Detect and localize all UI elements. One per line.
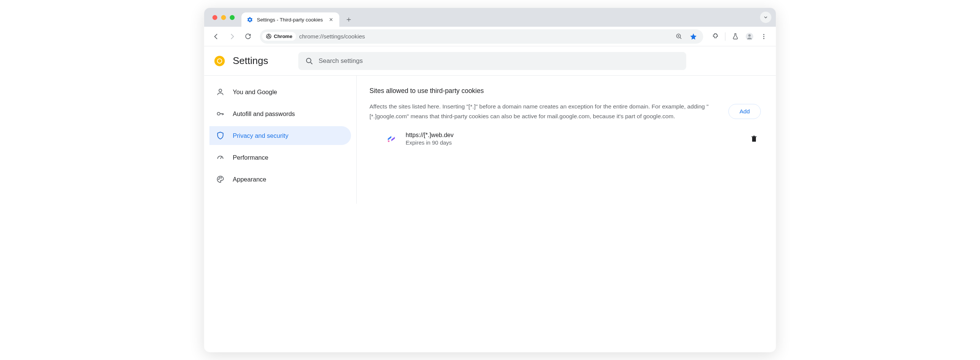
gear-icon xyxy=(247,17,253,23)
back-button[interactable] xyxy=(209,30,223,43)
svg-point-4 xyxy=(748,34,751,37)
extensions-icon[interactable] xyxy=(708,30,722,43)
bookmark-star-icon[interactable] xyxy=(687,30,700,43)
search-input[interactable] xyxy=(319,57,679,65)
settings-body: You and Google Autofill and passwords Pr… xyxy=(204,76,776,204)
url-text: chrome://settings/cookies xyxy=(299,33,669,40)
person-icon xyxy=(216,88,224,96)
shield-icon xyxy=(216,131,224,140)
menu-button[interactable] xyxy=(757,30,771,43)
forward-button[interactable] xyxy=(225,30,239,43)
chrome-icon xyxy=(266,33,272,39)
close-tab-button[interactable] xyxy=(327,16,335,23)
profile-icon[interactable] xyxy=(743,30,756,43)
sidebar-item-label: You and Google xyxy=(233,89,277,96)
page-title: Settings xyxy=(233,55,268,67)
toolbar: Chrome chrome://settings/cookies xyxy=(204,27,776,46)
tab-overflow-button[interactable] xyxy=(760,12,772,23)
site-expiry: Expires in 90 days xyxy=(406,139,453,146)
chrome-logo-icon xyxy=(214,55,225,67)
close-window-button[interactable] xyxy=(212,15,217,20)
browser-tab[interactable]: Settings - Third-party cookies xyxy=(242,13,339,27)
site-url: https://[*.]web.dev xyxy=(406,132,453,139)
svg-point-12 xyxy=(219,89,221,92)
svg-point-6 xyxy=(764,36,765,37)
labs-icon[interactable] xyxy=(729,30,742,43)
address-bar[interactable]: Chrome chrome://settings/cookies xyxy=(260,29,703,44)
main-content: Sites allowed to use third-party cookies… xyxy=(357,76,776,204)
svg-point-11 xyxy=(307,58,311,62)
svg-point-10 xyxy=(218,59,221,63)
add-button[interactable]: Add xyxy=(729,104,761,119)
svg-point-16 xyxy=(221,177,221,178)
speedometer-icon xyxy=(216,153,224,162)
zoom-icon[interactable] xyxy=(672,30,686,43)
tab-strip: Settings - Third-party cookies xyxy=(204,8,776,27)
section-description: Affects the sites listed here. Inserting… xyxy=(369,102,718,121)
palette-icon xyxy=(216,175,224,183)
maximize-window-button[interactable] xyxy=(230,15,235,20)
svg-point-17 xyxy=(388,140,390,142)
sidebar-item-appearance[interactable]: Appearance xyxy=(209,170,351,189)
sidebar-item-privacy[interactable]: Privacy and security xyxy=(209,126,351,145)
svg-point-1 xyxy=(268,35,270,37)
toolbar-divider xyxy=(725,32,725,41)
sidebar-item-label: Autofill and passwords xyxy=(233,110,295,118)
sidebar-item-you-and-google[interactable]: You and Google xyxy=(209,83,351,101)
site-chip[interactable]: Chrome xyxy=(262,32,296,41)
window-controls xyxy=(211,8,238,27)
sidebar-item-label: Privacy and security xyxy=(233,132,288,139)
settings-search[interactable] xyxy=(298,52,686,70)
svg-point-13 xyxy=(217,112,220,115)
search-icon xyxy=(305,57,313,65)
reload-button[interactable] xyxy=(241,30,255,43)
site-favicon xyxy=(385,132,398,145)
trash-icon xyxy=(750,134,758,143)
site-chip-label: Chrome xyxy=(274,33,292,39)
browser-window: Settings - Third-party cookies Chrome xyxy=(204,8,776,352)
sidebar-item-label: Appearance xyxy=(233,176,266,183)
section-title: Sites allowed to use third-party cookies xyxy=(369,87,761,95)
tab-title: Settings - Third-party cookies xyxy=(257,17,323,22)
svg-point-7 xyxy=(764,38,765,39)
sidebar-item-label: Performance xyxy=(233,154,268,161)
sidebar-item-autofill[interactable]: Autofill and passwords xyxy=(209,104,351,123)
minimize-window-button[interactable] xyxy=(221,15,226,20)
key-icon xyxy=(216,110,224,118)
allowed-site-row: https://[*.]web.dev Expires in 90 days xyxy=(369,129,761,148)
svg-point-15 xyxy=(219,177,220,178)
new-tab-button[interactable] xyxy=(343,14,355,25)
svg-point-14 xyxy=(218,179,219,180)
delete-site-button[interactable] xyxy=(747,131,761,146)
settings-header: Settings xyxy=(204,46,776,76)
sidebar-item-performance[interactable]: Performance xyxy=(209,148,351,167)
svg-point-5 xyxy=(764,34,765,35)
sidebar: You and Google Autofill and passwords Pr… xyxy=(204,76,357,204)
